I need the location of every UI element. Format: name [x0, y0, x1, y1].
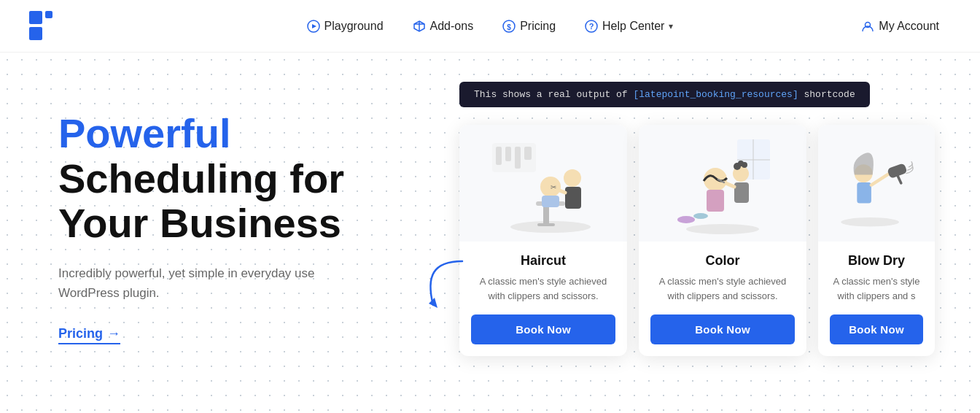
nav-item-pricing[interactable]: $ Pricing [491, 14, 567, 39]
blowdry-illustration-svg [818, 128, 935, 238]
nav-item-helpcenter[interactable]: ? Help Center ▾ [573, 14, 685, 39]
svg-rect-27 [515, 147, 521, 169]
service-card-color: Color A classic men's style achieved wit… [639, 125, 806, 356]
svg-rect-2 [29, 27, 42, 40]
my-account-area: My Account [849, 14, 951, 39]
svg-point-37 [738, 161, 744, 166]
nav-item-myaccount[interactable]: My Account [849, 14, 951, 39]
svg-point-49 [841, 217, 899, 226]
book-now-button-color[interactable]: Book Now [650, 314, 795, 344]
card-illustration-color [639, 125, 806, 242]
card-title-haircut: Haircut [521, 253, 566, 269]
shortcode-banner: This shows a real output of [latepoint_b… [459, 82, 870, 107]
logo-area [29, 11, 60, 42]
book-now-button-haircut[interactable]: Book Now [471, 314, 615, 344]
svg-line-48 [897, 174, 901, 183]
svg-point-14 [510, 221, 591, 233]
svg-point-41 [677, 216, 695, 223]
color-illustration-svg [657, 128, 788, 238]
svg-rect-26 [505, 147, 511, 161]
svg-marker-13 [429, 298, 438, 308]
hero-subtitle: Incredibly powerful, yet simple in every… [58, 263, 365, 303]
site-header: Playground Add-ons $ Pricing [0, 0, 980, 53]
card-body-blowdry: Blow Dry A classic men's style with clip… [818, 242, 935, 356]
curved-arrow [419, 254, 470, 312]
svg-text:?: ? [589, 22, 594, 31]
card-title-color: Color [706, 253, 740, 269]
hero-pricing-link[interactable]: Pricing → [58, 326, 120, 344]
cards-area: This shows a real output of [latepoint_b… [459, 53, 980, 356]
help-circle-icon: ? [585, 20, 598, 33]
hero-section: Powerful Scheduling forYour Business Inc… [0, 53, 459, 374]
svg-rect-38 [734, 182, 749, 203]
svg-rect-16 [543, 206, 549, 226]
service-card-haircut: ✂ Haircut A classic men's style achieved… [459, 125, 627, 356]
chevron-down-icon: ▾ [669, 21, 673, 31]
svg-rect-19 [542, 196, 559, 207]
main-nav: Playground Add-ons $ Pricing [295, 14, 685, 39]
book-now-button-blowdry[interactable]: Book Now [830, 314, 923, 344]
card-title-blowdry: Blow Dry [848, 253, 905, 269]
card-desc-haircut: A classic men's style achieved with clip… [471, 274, 615, 303]
svg-rect-25 [496, 147, 502, 165]
card-illustration-haircut: ✂ [459, 125, 627, 242]
svg-point-20 [564, 169, 581, 187]
svg-text:✂: ✂ [551, 183, 556, 191]
svg-rect-28 [524, 147, 532, 160]
svg-marker-4 [312, 24, 316, 28]
play-circle-icon [307, 20, 320, 33]
svg-point-42 [693, 213, 708, 219]
haircut-illustration-svg: ✂ [478, 128, 609, 238]
card-desc-blowdry: A classic men's style with clippers and … [830, 274, 923, 303]
card-body-haircut: Haircut A classic men's style achieved w… [459, 242, 627, 356]
svg-point-43 [686, 224, 759, 234]
card-illustration-blowdry [818, 125, 935, 242]
service-card-blowdry: Blow Dry A classic men's style with clip… [818, 125, 935, 356]
card-body-color: Color A classic men's style achieved wit… [639, 242, 806, 356]
hero-title: Powerful Scheduling forYour Business [58, 111, 430, 246]
dollar-icon: $ [502, 20, 516, 33]
card-desc-color: A classic men's style achieved with clip… [650, 274, 795, 303]
nav-item-addons[interactable]: Add-ons [401, 14, 486, 39]
nav-item-playground[interactable]: Playground [295, 14, 395, 39]
svg-line-39 [724, 182, 734, 187]
svg-text:$: $ [507, 23, 511, 31]
svg-rect-45 [857, 182, 871, 203]
svg-rect-1 [45, 11, 52, 18]
svg-rect-0 [29, 11, 42, 24]
svg-line-46 [871, 174, 890, 185]
svg-rect-33 [707, 190, 724, 212]
svg-rect-21 [565, 187, 581, 209]
main-content: Powerful Scheduling forYour Business Inc… [0, 53, 980, 413]
cube-icon [413, 20, 426, 33]
logo-icon [29, 11, 60, 42]
svg-rect-17 [537, 223, 555, 226]
user-icon [861, 20, 874, 33]
cards-row: ✂ Haircut A classic men's style achieved… [459, 125, 980, 356]
